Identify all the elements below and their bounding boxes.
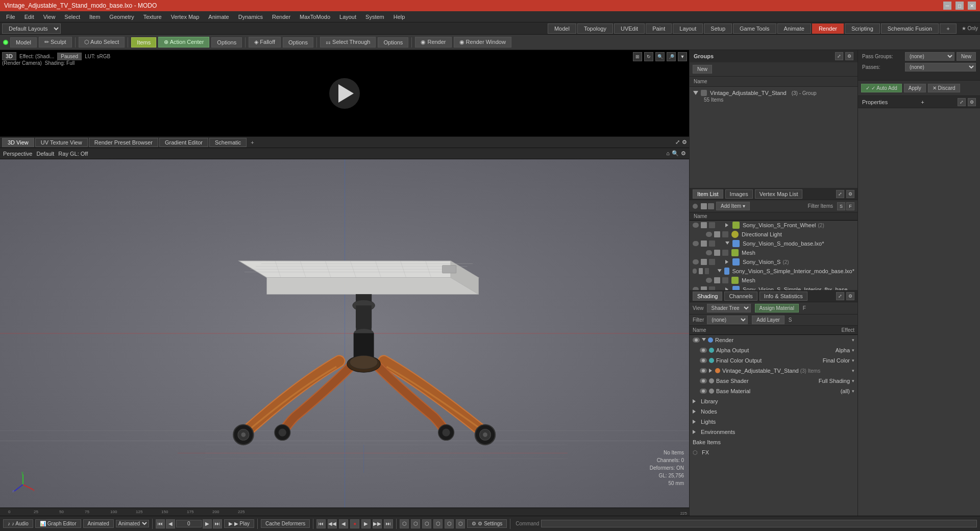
command-input[interactable]	[541, 520, 977, 527]
discard-button[interactable]: ✕ Discard	[928, 84, 960, 92]
menu-item[interactable]: Item	[85, 13, 104, 21]
vis-icon-3[interactable]: ⬡	[422, 519, 431, 528]
tab-topology[interactable]: Topology	[577, 23, 613, 34]
transport-step-fwd-icon[interactable]: ▶	[361, 519, 371, 528]
shading-row-lights[interactable]: Lights	[690, 417, 857, 427]
itemlist-settings-icon[interactable]: ⚙	[846, 190, 854, 198]
shading-expand-icon[interactable]: ⤢	[836, 292, 844, 300]
item-row-front-wheel[interactable]: Sony_Vision_S_Front_Wheel (2)	[690, 221, 857, 230]
new-pass-group-button[interactable]: New	[957, 52, 976, 61]
viewport-options-icon[interactable]: ⚙	[681, 150, 686, 157]
viewport-settings-icon[interactable]: ⚙	[682, 139, 687, 146]
tab-item-list[interactable]: Item List	[693, 189, 723, 199]
item-row-dir-light[interactable]: Directional Light	[690, 230, 857, 239]
add-layer-button[interactable]: Add Layer	[752, 316, 785, 324]
vis-icon-5[interactable]: ⬡	[445, 519, 454, 528]
layout-selector[interactable]: Default Layouts	[2, 23, 61, 34]
render-zoom-out-icon[interactable]: 🔎	[667, 52, 676, 61]
itemlist-content[interactable]: Sony_Vision_S_Front_Wheel (2) Directiona…	[690, 221, 857, 290]
menu-system[interactable]: System	[361, 13, 388, 21]
menu-vertex-map[interactable]: Vertex Map	[167, 13, 204, 21]
sculpt-button[interactable]: ✏ Sculpt	[39, 37, 72, 47]
tab-setup[interactable]: Setup	[704, 23, 732, 34]
transport-last-key[interactable]: ⏭	[213, 519, 222, 528]
menu-help[interactable]: Help	[389, 13, 409, 21]
frame-input[interactable]	[176, 520, 202, 527]
properties-expand-icon[interactable]: ⤢	[958, 98, 966, 106]
minimize-button[interactable]: ─	[943, 2, 951, 10]
item-row-modo-base[interactable]: Sony_Vision_S_modo_base.lxo*	[690, 239, 857, 248]
cache-deformers-button[interactable]: Cache Deformers	[261, 519, 310, 528]
menu-dynamics[interactable]: Dynamics	[234, 13, 267, 21]
render-window-button[interactable]: ◉ Render Window	[454, 37, 511, 47]
item-row-sony-s[interactable]: Sony_Vision_S (2)	[690, 257, 857, 267]
filter-f-icon[interactable]: F	[846, 202, 854, 210]
tab-vertex-map-list[interactable]: Vertex Map List	[755, 189, 803, 199]
shading-row-bake[interactable]: Bake Items	[690, 437, 857, 447]
options-button-1[interactable]: Options	[211, 37, 242, 47]
tab-paint[interactable]: Paint	[646, 23, 672, 34]
tab-game-tools[interactable]: Game Tools	[733, 23, 776, 34]
tab-add[interactable]: +	[940, 23, 956, 34]
assign-material-button[interactable]: Assign Material	[755, 304, 799, 312]
render-fit-icon[interactable]: ⊞	[633, 52, 642, 61]
tab-render[interactable]: Render	[812, 23, 844, 34]
item-row-mesh1[interactable]: Mesh	[690, 248, 857, 257]
add-item-button[interactable]: Add Item ▾	[716, 202, 750, 210]
tab-uv-texture-view[interactable]: UV Texture View	[35, 138, 88, 147]
viewport-content[interactable]: x y z No Items Channels: 0 Deformers: ON…	[0, 159, 689, 508]
audio-button[interactable]: ♪ ♪ Audio	[3, 519, 33, 528]
tab-model[interactable]: Model	[548, 23, 576, 34]
transport-fwd-icon[interactable]: ▶▶	[373, 519, 382, 528]
shading-row-render[interactable]: Render ▾	[690, 335, 857, 345]
auto-select-button[interactable]: ⬡ Auto Select	[79, 37, 125, 47]
transport-start-icon[interactable]: ⏮	[316, 519, 326, 528]
viewport-zoom-icon[interactable]: 🔍	[672, 150, 679, 157]
transport-prev-icon[interactable]: ◀◀	[328, 519, 337, 528]
animated-button[interactable]: Animated	[83, 519, 114, 528]
shading-row-base-shader[interactable]: Base Shader Full Shading ▾	[690, 376, 857, 386]
menu-layout[interactable]: Layout	[335, 13, 360, 21]
properties-settings-icon[interactable]: ⚙	[968, 98, 976, 106]
options-button-2[interactable]: Options	[283, 37, 313, 47]
menu-animate[interactable]: Animate	[204, 13, 233, 21]
menu-maxtomodo[interactable]: MaxToModo	[296, 13, 334, 21]
shading-row-vintage[interactable]: Vintage_Adjustable_TV_Stand (3) Items ▾	[690, 366, 857, 376]
play-button-bottom[interactable]: ▶ ▶ Play	[224, 519, 254, 528]
shading-settings-icon[interactable]: ⚙	[846, 292, 854, 300]
play-button[interactable]	[329, 78, 360, 109]
shading-content[interactable]: Render ▾ Alpha Output Alpha ▾ Final Col	[690, 335, 857, 516]
transport-end-icon[interactable]: ⏭	[384, 519, 393, 528]
menu-texture[interactable]: Texture	[139, 13, 166, 21]
transport-next-frame[interactable]: ▶	[203, 519, 212, 528]
tab-schematic-fusion[interactable]: Schematic Fusion	[881, 23, 939, 34]
shader-tree-select[interactable]: Shader Tree	[707, 304, 751, 312]
apply-button[interactable]: Apply	[904, 84, 926, 92]
shading-row-base-material[interactable]: Base Material (all) ▾	[690, 386, 857, 396]
new-group-button[interactable]: New	[693, 65, 712, 74]
animated-select[interactable]: Animated	[116, 520, 149, 527]
items-button[interactable]: Items	[131, 37, 156, 47]
itemlist-expand-icon[interactable]: ⤢	[836, 190, 844, 198]
shading-row-final-color[interactable]: Final Color Output Final Color ▾	[690, 355, 857, 366]
model-button[interactable]: Model	[10, 37, 37, 47]
item-row-mesh2[interactable]: Mesh	[690, 276, 857, 285]
tab-gradient-editor[interactable]: Gradient Editor	[159, 138, 208, 147]
vis-icon-2[interactable]: ⬡	[411, 519, 420, 528]
close-button[interactable]: ✕	[968, 2, 976, 10]
group-item-vintage[interactable]: Vintage_Adjustable_TV_Stand (3) - Group	[694, 89, 853, 97]
vis-icon-4[interactable]: ⬡	[433, 519, 443, 528]
item-row-fbx-base[interactable]: Sony_Vision_S_Simple_Interior_fbx_base	[690, 285, 857, 290]
settings-button[interactable]: ⚙ ⚙ Settings	[467, 519, 507, 528]
shading-row-fx[interactable]: ⬡ FX	[690, 447, 857, 457]
menu-geometry[interactable]: Geometry	[105, 13, 138, 21]
tab-images[interactable]: Images	[725, 189, 753, 199]
tab-info-statistics[interactable]: Info & Statistics	[760, 292, 807, 301]
options-button-3[interactable]: Options	[378, 37, 408, 47]
filter-select[interactable]: (none)	[707, 316, 748, 324]
transport-step-back-icon[interactable]: ◀	[339, 519, 348, 528]
timeline[interactable]: 0 25 50 75 100 125 150 175 200 225 225	[0, 508, 689, 516]
tab-scripting[interactable]: Scripting	[845, 23, 880, 34]
transport-record-icon[interactable]: ●	[350, 519, 359, 528]
pass-groups-select[interactable]: (none)	[905, 52, 954, 61]
